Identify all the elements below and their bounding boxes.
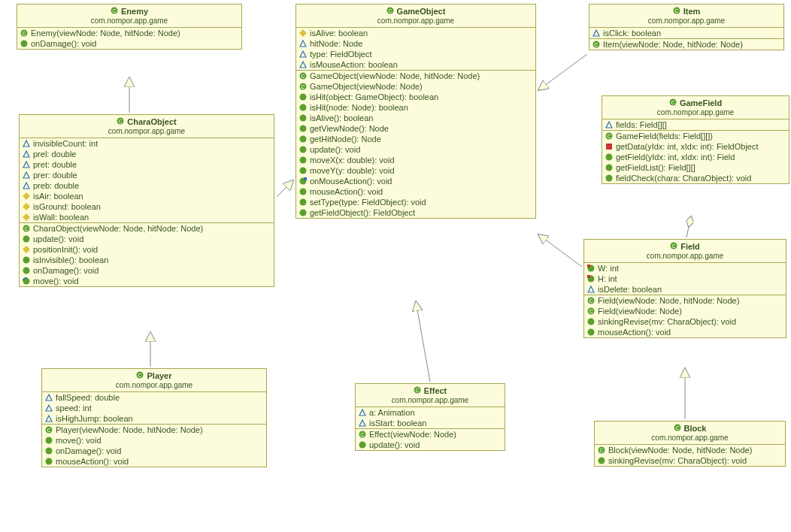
method-text: GameObject(viewNode: Node, hitNode: Node… [310, 71, 480, 80]
visibility-icon [299, 114, 307, 122]
svg-point-18 [23, 257, 30, 264]
visibility-icon [605, 164, 613, 171]
visibility-icon [299, 167, 307, 174]
attribute-text: isHighJump: boolean [56, 414, 133, 423]
method-text: getViewNode(): Node [310, 124, 389, 133]
class-icon: C [414, 386, 421, 394]
methods-section: CField(viewNode: Node, hitNode: Node)CFi… [584, 295, 786, 337]
attribute-row: H: int [584, 274, 786, 284]
method-row: getData(yIdx: int, xIdx: int): FieldObje… [602, 141, 789, 152]
method-row: fieldCheck(chara: CharaObject): void [602, 173, 789, 183]
class-package: com.nompor.app.game [589, 252, 781, 260]
svg-point-37 [300, 125, 307, 132]
class-name: GameField [680, 98, 722, 107]
visibility-icon [45, 447, 53, 455]
method-text: onDamage(): void [31, 39, 96, 48]
attribute-text: W: int [598, 264, 619, 273]
visibility-icon [359, 419, 366, 427]
method-text: isAlive(): boolean [310, 113, 373, 122]
visibility-icon [587, 275, 595, 283]
visibility-icon [23, 256, 30, 264]
method-row: onDamage(): void [20, 265, 274, 276]
svg-line-7 [686, 216, 691, 237]
method-row: CEnemy(viewNode: Node, hitNode: Node) [17, 28, 241, 38]
class-header: CBlockcom.nompor.app.game [595, 422, 785, 445]
attribute-text: prel: double [33, 150, 77, 159]
svg-point-46 [300, 210, 307, 216]
attribute-row: invisibleCount: int [20, 138, 274, 149]
visibility-icon [359, 409, 366, 416]
visibility-icon [299, 40, 307, 47]
svg-text:C: C [675, 425, 679, 431]
class-package: com.nompor.app.game [594, 17, 779, 25]
visibility-icon [299, 29, 307, 37]
method-row: CBlock(viewNode: Node, hitNode: Node) [595, 445, 785, 455]
visibility-icon [299, 146, 307, 153]
method-row: getFieldObject(): FieldObject [296, 207, 535, 218]
svg-point-40 [300, 157, 307, 164]
method-row: onDamage(): void [17, 38, 241, 49]
visibility-icon [45, 394, 53, 401]
visibility-icon [23, 235, 30, 243]
method-text: CharaObject(viewNode: Node, hitNode: Nod… [33, 224, 203, 233]
svg-text:C: C [360, 432, 364, 437]
class-header: CGameObjectcom.nompor.app.game [296, 5, 535, 28]
method-row: isHit(node: Node): boolean [296, 102, 535, 113]
attribute-text: a: Animation [369, 408, 415, 417]
class-package: com.nompor.app.game [47, 381, 262, 389]
svg-text:C: C [594, 42, 598, 47]
methods-section: CGameObject(viewNode: Node, hitNode: Nod… [296, 71, 535, 218]
attribute-row: preb: double [20, 180, 274, 191]
method-text: Field(viewNode: Node, hitNode: Node) [598, 296, 739, 305]
method-text: update(): void [33, 234, 83, 243]
svg-text:C: C [22, 31, 26, 36]
visibility-icon [23, 182, 30, 189]
svg-point-34 [300, 94, 307, 101]
visibility-icon: C [605, 132, 613, 140]
svg-text:C: C [589, 309, 592, 314]
methods-section: CBlock(viewNode: Node, hitNode: Node)sin… [595, 445, 785, 466]
method-row: isInvisible(): boolean [20, 255, 274, 265]
class-package: com.nompor.app.game [22, 17, 237, 25]
attribute-row: type: FieldObject [296, 49, 535, 59]
class-package: com.nompor.app.game [360, 396, 500, 404]
method-row: onMouseAction(): void [296, 176, 535, 186]
svg-text:C: C [674, 8, 678, 14]
method-text: onDamage(): void [56, 446, 121, 455]
attribute-text: isDelete: boolean [598, 285, 662, 294]
svg-point-45 [300, 199, 307, 206]
visibility-icon [23, 140, 30, 147]
visibility-icon [23, 150, 30, 158]
class-GameField: CGameFieldcom.nompor.app.gamefields: Fie… [602, 95, 789, 184]
method-row: move(): void [20, 276, 274, 286]
visibility-icon [299, 209, 307, 216]
method-text: getData(yIdx: int, xIdx: int): FieldObje… [616, 142, 759, 151]
method-text: onMouseAction(): void [310, 177, 392, 186]
visibility-icon: C [592, 41, 600, 48]
visibility-icon [45, 404, 53, 412]
method-text: update(): void [310, 145, 360, 154]
attribute-text: isStart: boolean [369, 419, 426, 428]
methods-section: CGameField(fields: Field[][])getData(yId… [602, 131, 789, 183]
class-header: CEffectcom.nompor.app.game [356, 384, 505, 407]
visibility-icon: C [598, 446, 605, 454]
visibility-icon [23, 192, 30, 200]
visibility-icon: C [587, 297, 595, 304]
class-name: Player [147, 371, 171, 380]
method-text: getFieldObject(): FieldObject [310, 208, 415, 217]
svg-text:C: C [301, 84, 305, 89]
attribute-text: isAlive: boolean [310, 29, 368, 38]
svg-text:C: C [671, 100, 674, 105]
method-row: getViewNode(): Node [296, 123, 535, 134]
visibility-icon [605, 143, 613, 150]
svg-point-38 [300, 136, 307, 143]
method-row: isAlive(): boolean [296, 113, 535, 123]
visibility-icon [23, 171, 30, 179]
methods-section: CItem(viewNode: Node, hitNode: Node) [589, 39, 783, 50]
attribute-row: isStart: boolean [356, 418, 505, 428]
method-text: Enemy(viewNode: Node, hitNode: Node) [31, 29, 180, 38]
svg-point-25 [46, 437, 53, 444]
method-text: onDamage(): void [33, 266, 98, 275]
methods-section: CPlayer(viewNode: Node, hitNode: Node)mo… [42, 425, 266, 467]
method-row: setType(type: FieldObject): void [296, 197, 535, 207]
